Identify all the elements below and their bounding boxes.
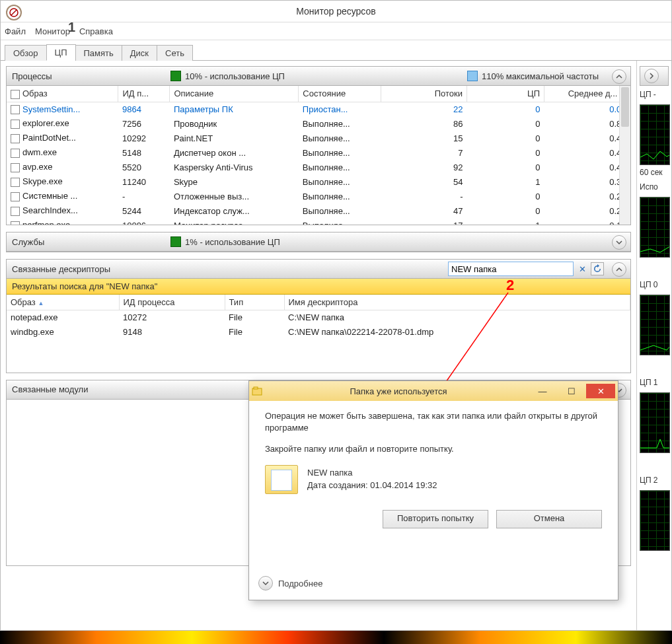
- cancel-button[interactable]: Отмена: [496, 510, 602, 528]
- row-checkbox[interactable]: [11, 207, 20, 216]
- row-checkbox[interactable]: [11, 192, 20, 201]
- row-checkbox[interactable]: [11, 163, 20, 172]
- row-checkbox[interactable]: [11, 134, 20, 143]
- search-refresh-button[interactable]: [591, 262, 604, 275]
- menu-monitor[interactable]: Монитор: [35, 26, 70, 36]
- services-expand-button[interactable]: [612, 235, 626, 250]
- handles-title: Связанные дескрипторы: [12, 264, 170, 274]
- processes-panel: Процессы 10% - использование ЦП 110% мак…: [6, 66, 631, 225]
- hcol-name[interactable]: Имя дескриптора: [284, 295, 630, 310]
- services-panel: Службы 1% - использование ЦП: [6, 232, 631, 252]
- retry-button[interactable]: Повторить попытку: [383, 510, 488, 528]
- chart-cpu-usage: [640, 197, 670, 258]
- col-cpu[interactable]: ЦП: [467, 86, 544, 102]
- row-checkbox[interactable]: [11, 120, 20, 129]
- cpu-usage-text: 10% - использование ЦП: [185, 71, 285, 81]
- handles-panel: Связанные дескрипторы ✕ Результаты поиск…: [6, 259, 631, 373]
- side-back-button[interactable]: [644, 69, 659, 83]
- table-row[interactable]: SystemSettin...9864Параметры ПКПриостан.…: [7, 102, 630, 116]
- svg-line-1: [11, 10, 17, 15]
- hcol-image[interactable]: Образ ▲: [7, 295, 119, 310]
- svg-rect-4: [254, 387, 258, 389]
- tab-network[interactable]: Сеть: [157, 45, 193, 61]
- services-header[interactable]: Службы 1% - использование ЦП: [7, 233, 630, 252]
- col-desc[interactable]: Описание: [170, 86, 299, 102]
- resource-monitor-window: Монитор ресурсов Файл Монитор Справка 1 …: [0, 0, 672, 631]
- label-cpu0: ЦП 0: [640, 280, 669, 289]
- table-row[interactable]: SearchIndex...5244Индексатор служ...Выпо…: [7, 203, 630, 218]
- chart-cpu0: [640, 295, 670, 355]
- search-clear-button[interactable]: ✕: [576, 263, 588, 275]
- app-icon: [6, 5, 22, 20]
- dialog-close-button[interactable]: ✕: [586, 384, 615, 398]
- dialog-maximize-button[interactable]: ☐: [557, 384, 586, 398]
- dialog-message-2: Закройте папку или файл и повторите попы…: [265, 443, 602, 455]
- processes-title: Процессы: [12, 71, 170, 81]
- search-results-bar: Результаты поиска для "NEW папка": [7, 279, 630, 295]
- col-avg[interactable]: Среднее д... ▼: [544, 86, 630, 102]
- chart-y-label: Испо: [640, 182, 658, 192]
- table-row[interactable]: avp.exe5520Kaspersky Anti-VirusВыполняе.…: [7, 160, 630, 174]
- table-row[interactable]: explorer.exe7256ПроводникВыполняе...8600…: [7, 116, 630, 131]
- details-label: Подробнее: [278, 579, 322, 589]
- tab-disk[interactable]: Диск: [122, 45, 157, 61]
- table-row[interactable]: dwm.exe5148Диспетчер окон ...Выполняе...…: [7, 145, 630, 160]
- folder-in-use-dialog: Папка уже используется — ☐ ✕ Операция не…: [248, 380, 618, 600]
- handles-collapse-button[interactable]: [612, 262, 626, 277]
- side-header[interactable]: [640, 66, 669, 86]
- processes-table: Образ ИД п... Описание Состояние Потоки …: [7, 86, 630, 225]
- tabstrip: Обзор ЦП Память Диск Сеть: [1, 40, 671, 61]
- services-usage-icon: [170, 236, 181, 247]
- menu-help[interactable]: Справка: [79, 26, 113, 36]
- annotation-1: 1: [68, 20, 75, 35]
- dialog-title: Папка уже используется: [269, 386, 528, 396]
- dialog-titlebar[interactable]: Папка уже используется — ☐ ✕: [249, 381, 618, 401]
- modules-title: Связанные модули: [12, 384, 170, 394]
- annotation-2: 2: [506, 277, 514, 294]
- processes-header[interactable]: Процессы 10% - использование ЦП 110% мак…: [7, 67, 630, 86]
- col-state[interactable]: Состояние: [299, 86, 381, 102]
- services-title: Службы: [12, 237, 170, 247]
- table-row[interactable]: PaintDotNet...10292Paint.NETВыполняе...1…: [7, 131, 630, 145]
- handles-search-input[interactable]: [448, 262, 574, 276]
- side-title: ЦП -: [640, 90, 669, 99]
- row-checkbox[interactable]: [11, 105, 20, 114]
- row-checkbox[interactable]: [11, 149, 20, 158]
- tab-overview[interactable]: Обзор: [5, 45, 47, 61]
- col-image[interactable]: Образ: [7, 86, 118, 102]
- handles-header[interactable]: Связанные дескрипторы ✕: [7, 260, 630, 279]
- col-threads[interactable]: Потоки: [381, 86, 467, 102]
- row-checkbox[interactable]: [11, 221, 20, 225]
- chart-x-label: 60 сек: [640, 168, 663, 177]
- tab-cpu[interactable]: ЦП: [46, 44, 76, 61]
- cpu-freq-text: 110% максимальной частоты: [482, 71, 599, 81]
- folder-icon: [265, 465, 298, 494]
- tab-memory[interactable]: Память: [75, 45, 122, 61]
- cpu-freq-icon: [467, 71, 478, 81]
- window-title: Монитор ресурсов: [296, 6, 375, 17]
- dialog-message-1: Операция не может быть завершена, так ка…: [265, 410, 602, 434]
- dialog-details-toggle[interactable]: Подробнее: [258, 576, 322, 590]
- row-checkbox[interactable]: [11, 178, 20, 187]
- hcol-pid[interactable]: ИД процесса: [119, 295, 225, 310]
- col-pid[interactable]: ИД п...: [118, 86, 170, 102]
- processes-scrollbar[interactable]: [619, 86, 630, 225]
- table-row[interactable]: perfmon.exe10096Монитор ресурсо...Выполн…: [7, 218, 630, 225]
- chart-cpu-total: [640, 104, 670, 165]
- table-row[interactable]: Skype.exe11240SkypeВыполняе...5410.36: [7, 174, 630, 189]
- chart-cpu1: [640, 392, 670, 453]
- table-row[interactable]: windbg.exe9148FileC:\NEW папка\022214-22…: [7, 325, 630, 340]
- right-pane: ЦП - 60 сек Испо ЦП 0 ЦП 1 ЦП 2: [636, 61, 671, 631]
- dialog-icon: [252, 385, 264, 397]
- chart-cpu2: [640, 490, 670, 551]
- processes-collapse-button[interactable]: [612, 69, 626, 84]
- dialog-folder-date: Дата создания: 01.04.2014 19:32: [307, 480, 437, 491]
- dialog-minimize-button[interactable]: —: [528, 384, 557, 398]
- table-row[interactable]: notepad.exe10272FileC:\NEW папка: [7, 310, 630, 325]
- handles-table: Образ ▲ ИД процесса Тип Имя дескриптора …: [7, 295, 630, 340]
- header-checkbox[interactable]: [11, 90, 20, 99]
- table-row[interactable]: Системные ...-Отложенные выз...Выполняе.…: [7, 189, 630, 203]
- cpu-usage-icon: [170, 71, 181, 81]
- menu-file[interactable]: Файл: [5, 26, 26, 36]
- hcol-type[interactable]: Тип: [225, 295, 284, 310]
